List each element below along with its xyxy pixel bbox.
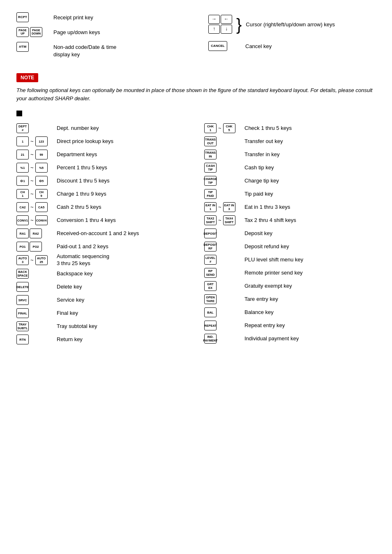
key-chk1: CHK 1	[204, 123, 217, 133]
key-tax2shift: TAX2 SHIFT	[204, 215, 217, 225]
key-level#: LEVEL #	[204, 255, 217, 265]
key-eat-in3: EAT IN 3	[223, 202, 235, 212]
up-arrow-key: ↑	[208, 25, 220, 34]
key-description: Check 1 thru 5 keys	[244, 125, 292, 132]
tilde-separator: ~	[30, 149, 34, 160]
cursor-description: Cursor (right/left/up/down arrow) keys	[246, 21, 335, 28]
key-delete: DELETE	[16, 282, 29, 292]
page-up-key: PAGEUP	[16, 27, 29, 37]
key-99: 99	[35, 150, 48, 159]
key-description: Tray subtotal key	[57, 323, 97, 330]
key-auto25: AUTO 25	[35, 255, 48, 265]
key-⊖1: ⊖1	[16, 176, 29, 186]
tilde-separator: ~	[218, 122, 221, 134]
key-ch1: CH 1	[16, 189, 29, 199]
key-ra2: RA2	[30, 229, 42, 238]
key-chk5: CHK 5	[223, 123, 235, 133]
list-item: ⊖1~⊖5Discount 1 thru 5 keys	[16, 174, 188, 187]
list-item: LEVEL #PLU level shift menu key	[204, 253, 376, 266]
key-description: Repeat entry key	[244, 322, 285, 329]
key-chargetip: CHARGE TIP	[204, 176, 217, 186]
italic-note: The following optional keys can optional…	[16, 86, 376, 102]
key-cashtip: CASH TIP	[204, 163, 217, 173]
key-ind.payment: IND. PAYMENT	[204, 334, 217, 344]
list-item: SRVCService key	[16, 293, 188, 307]
key-%5: %5	[35, 163, 48, 173]
key-description: Gratuity exempt key	[244, 283, 292, 290]
key-description: Automatic sequencing 3 thru 25 keys	[57, 253, 109, 267]
hash-tm-key: #/TM	[16, 42, 29, 52]
tilde-separator: ~	[30, 136, 34, 147]
key-description: Eat in 1 thru 3 keys	[244, 204, 290, 211]
key-repeat: REPEAT	[204, 321, 217, 330]
down-arrow-key: ↓	[221, 25, 232, 34]
key-description: Backspace key	[57, 270, 92, 277]
cancel-key: CANCEL	[208, 41, 227, 51]
tilde-separator: ~	[30, 162, 34, 173]
list-item: TRANS OUTTransfer out key	[204, 135, 376, 148]
cancel-description: Cancel key	[245, 41, 272, 50]
optional-keys-left-column: DEPT #Dept. number key1~123Direct price …	[16, 122, 188, 346]
key-description: Received-on-account 1 and 2 keys	[57, 230, 139, 237]
key-final: FINAL	[16, 308, 29, 318]
tilde-separator: ~	[30, 201, 34, 213]
key-description: Transfer in key	[244, 151, 280, 158]
key-description: Delete key	[57, 284, 82, 291]
tilde-separator: ~	[30, 188, 34, 200]
key-description: Remote printer send key	[244, 270, 303, 277]
key-description: Department keys	[57, 151, 97, 158]
section-marker	[16, 111, 22, 116]
key-description: Deposit refund key	[244, 243, 289, 250]
key-description: Service key	[57, 297, 84, 304]
list-item: DEPT #Dept. number key	[16, 122, 188, 135]
list-item: 21~99Department keys	[16, 148, 188, 161]
key-bal: BAL	[204, 307, 217, 317]
key-description: Individual payment key	[244, 335, 299, 342]
key-traysubtl: TRAY SUBTL	[16, 321, 29, 331]
left-arrow-key: ←	[221, 15, 232, 24]
tilde-separator: ~	[218, 215, 221, 226]
list-item: AUTO 3~AUTO 25Automatic sequencing 3 thr…	[16, 253, 188, 267]
tilde-separator: ~	[218, 201, 221, 213]
list-item: BACK SPACEBackspace key	[16, 267, 188, 280]
list-item: TRANS INTransfer in key	[204, 148, 376, 161]
key-po2: PO2	[30, 242, 42, 252]
list-item: PO1PO2Paid-out 1 and 2 keys	[16, 240, 188, 253]
key-backspace: BACK SPACE	[16, 269, 29, 279]
list-item: OPEN TARETare entry key	[204, 293, 376, 306]
key-description: PLU level shift menu key	[244, 256, 303, 263]
list-item: DELETEDelete key	[16, 280, 188, 293]
key-ch9: CH 9	[35, 189, 48, 199]
arrow-key-cluster: → ← ↑ ↓	[208, 15, 232, 35]
key-depositrf: DEPOSIT RF	[204, 242, 217, 252]
list-item: TIP PAIDTip paid key	[204, 187, 376, 201]
key-rpsend: RP SEND	[204, 268, 217, 278]
rcpt-key: RCPT	[16, 12, 29, 22]
list-item: FINALFinal key	[16, 307, 188, 320]
list-item: REPEATRepeat entry key	[204, 319, 376, 332]
list-item: TAX2 SHIFT~TAX4 SHIFTTax 2 thru 4 shift …	[204, 214, 376, 227]
list-item: CA2~CA5Cash 2 thru 5 keys	[16, 201, 188, 214]
key-description: Percent 1 thru 5 keys	[57, 164, 107, 171]
hash-tm-description: Non-add code/Date & time display key	[53, 42, 116, 58]
key-description: Charge tip key	[244, 178, 279, 185]
key-⊖5: ⊖5	[35, 176, 48, 186]
list-item: RP SENDRemote printer send key	[204, 266, 376, 279]
key-description: Tare entry key	[244, 296, 278, 303]
key-transout: TRANS OUT	[204, 136, 217, 146]
key-grtex: GRT EX	[204, 281, 217, 291]
key-1: 1	[16, 136, 29, 146]
key-description: Deposit key	[244, 230, 272, 237]
key-opentare: OPEN TARE	[204, 294, 217, 304]
list-item: CHARGE TIPCharge tip key	[204, 174, 376, 187]
page-down-key: PAGEDOWN	[30, 27, 42, 37]
key-description: Direct price lookup keys	[57, 138, 113, 145]
key-%1: %1	[16, 163, 29, 173]
key-deposit: DEPOSIT	[204, 229, 217, 238]
key-conv1: CONV1	[16, 215, 29, 225]
key-srvc: SRVC	[16, 295, 29, 305]
page-updown-description: Page up/down keys	[53, 27, 100, 36]
key-21: 21	[16, 150, 29, 159]
key-description: Discount 1 thru 5 keys	[57, 178, 110, 185]
list-item: CASH TIPCash tip key	[204, 161, 376, 174]
